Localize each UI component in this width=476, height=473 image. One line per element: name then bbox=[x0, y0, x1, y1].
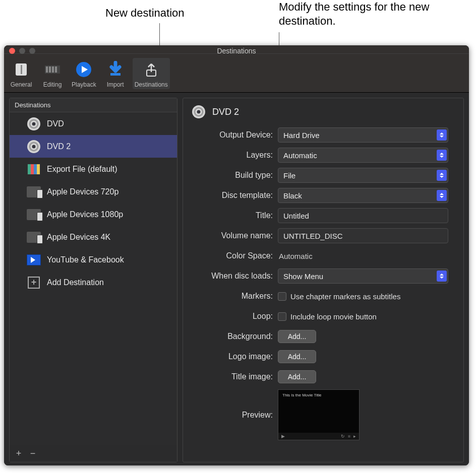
label-background: Background: bbox=[192, 332, 278, 341]
preview-movie-title: This Is the Movie Title bbox=[278, 390, 359, 400]
sidebar-item-label: Apple Devices 720p bbox=[47, 187, 118, 196]
import-icon bbox=[105, 59, 126, 80]
playback-icon bbox=[73, 59, 94, 80]
sidebar-item-label: DVD bbox=[47, 119, 64, 128]
volume-name-input[interactable] bbox=[278, 228, 448, 243]
general-icon bbox=[11, 59, 32, 80]
markers-checkbox[interactable] bbox=[278, 292, 286, 301]
label-logo-image: Logo image: bbox=[192, 352, 278, 361]
tab-import-label: Import bbox=[107, 81, 124, 88]
title-input[interactable] bbox=[278, 208, 448, 223]
sidebar-item-apple-4k[interactable]: Apple Devices 4K bbox=[10, 226, 177, 248]
svg-rect-6 bbox=[55, 66, 57, 73]
tab-import[interactable]: Import bbox=[101, 58, 130, 89]
label-layers: Layers: bbox=[192, 151, 278, 160]
label-build-type: Build type: bbox=[192, 171, 278, 180]
sidebar-item-dvd[interactable]: DVD bbox=[10, 112, 177, 135]
callout-new-destination: New destination bbox=[105, 6, 185, 20]
loop-checkbox-label: Include loop movie button bbox=[290, 312, 377, 321]
preferences-toolbar: General Editing Playback Import Destinat… bbox=[4, 53, 469, 93]
label-disc-template: Disc template: bbox=[192, 191, 278, 200]
sidebar-item-label: Apple Devices 4K bbox=[47, 233, 110, 242]
popup-value: Black bbox=[283, 191, 302, 200]
tab-destinations-label: Destinations bbox=[135, 81, 168, 88]
sidebar-item-label: DVD 2 bbox=[47, 142, 71, 151]
sidebar-item-apple-1080p[interactable]: Apple Devices 1080p bbox=[10, 203, 177, 226]
popup-value: Show Menu bbox=[283, 272, 323, 281]
youtube-icon bbox=[27, 253, 41, 267]
sidebar-item-add-destination[interactable]: + Add Destination bbox=[10, 271, 177, 294]
layers-popup[interactable]: Automatic bbox=[278, 148, 448, 163]
play-icon: ▶ bbox=[281, 434, 285, 439]
window-title: Destinations bbox=[4, 47, 469, 55]
label-volume-name: Volume name: bbox=[192, 231, 278, 240]
svg-rect-1 bbox=[21, 65, 22, 74]
sidebar-header: Destinations bbox=[10, 98, 177, 112]
sidebar-item-label: YouTube & Facebook bbox=[47, 255, 124, 264]
sidebar-item-label: Export File (default) bbox=[47, 165, 117, 174]
devices-icon bbox=[27, 230, 41, 244]
tab-playback-label: Playback bbox=[72, 81, 96, 88]
detail-header: DVD 2 bbox=[192, 105, 454, 118]
tab-editing-label: Editing bbox=[43, 81, 62, 88]
label-title-image: Title image: bbox=[192, 372, 278, 381]
label-when-disc-loads: When disc loads: bbox=[192, 272, 278, 281]
svg-rect-5 bbox=[52, 66, 54, 73]
markers-checkbox-label: Use chapter markers as subtitles bbox=[290, 292, 400, 301]
tab-editing[interactable]: Editing bbox=[38, 58, 67, 89]
remove-button[interactable]: − bbox=[29, 448, 37, 459]
when-disc-loads-popup[interactable]: Show Menu bbox=[278, 268, 448, 284]
logo-image-add-button[interactable]: Add... bbox=[278, 350, 316, 363]
label-markers: Markers: bbox=[192, 292, 278, 301]
popup-value: File bbox=[283, 171, 295, 180]
sidebar-item-label: Add Destination bbox=[47, 278, 104, 287]
sidebar-item-dvd-2[interactable]: DVD 2 bbox=[10, 135, 177, 158]
sidebar-item-export-file[interactable]: Export File (default) bbox=[10, 158, 177, 180]
sidebar-item-label: Apple Devices 1080p bbox=[47, 210, 123, 219]
output-device-popup[interactable]: Hard Drive bbox=[278, 127, 448, 143]
disc-icon bbox=[27, 117, 41, 131]
preview-control-bar: ▶ ↻ ≡ ▸ bbox=[278, 433, 359, 440]
chevron-updown-icon bbox=[437, 190, 447, 201]
film-icon bbox=[27, 162, 41, 176]
title-image-add-button[interactable]: Add... bbox=[278, 370, 316, 383]
add-button[interactable]: + bbox=[15, 448, 23, 459]
devices-icon bbox=[27, 185, 41, 199]
sidebar-list: DVD DVD 2 Export File (default) Apple De… bbox=[10, 112, 177, 462]
svg-rect-3 bbox=[46, 66, 48, 73]
detail-title: DVD 2 bbox=[212, 107, 239, 117]
callout-modify-settings: Modify the settings for the new destinat… bbox=[279, 0, 460, 28]
titlebar: Destinations bbox=[4, 45, 469, 53]
destinations-icon bbox=[141, 59, 162, 80]
sidebar-footer: + − bbox=[10, 445, 177, 462]
background-add-button[interactable]: Add... bbox=[278, 330, 316, 343]
destinations-sidebar: Destinations DVD DVD 2 Export File (defa… bbox=[9, 98, 177, 462]
sidebar-item-apple-720p[interactable]: Apple Devices 720p bbox=[10, 180, 177, 203]
loop-checkbox[interactable] bbox=[278, 312, 286, 321]
label-color-space: Color Space: bbox=[192, 251, 278, 260]
tab-destinations[interactable]: Destinations bbox=[133, 58, 170, 89]
devices-icon bbox=[27, 208, 41, 222]
tab-general-label: General bbox=[11, 81, 32, 88]
chapters-icon: ≡ bbox=[348, 434, 350, 439]
preview-thumbnail: This Is the Movie Title ▶ ↻ ≡ ▸ bbox=[278, 389, 360, 440]
svg-rect-9 bbox=[110, 73, 121, 76]
popup-value: Automatic bbox=[283, 151, 317, 160]
sidebar-item-youtube-facebook[interactable]: YouTube & Facebook bbox=[10, 248, 177, 271]
label-title: Title: bbox=[192, 211, 278, 220]
build-type-popup[interactable]: File bbox=[278, 168, 448, 183]
label-loop: Loop: bbox=[192, 312, 278, 321]
next-icon: ▸ bbox=[353, 434, 356, 439]
chevron-updown-icon bbox=[437, 271, 447, 282]
svg-rect-4 bbox=[49, 66, 51, 73]
tab-general[interactable]: General bbox=[7, 58, 35, 89]
chevron-updown-icon bbox=[437, 170, 447, 181]
disc-icon bbox=[192, 105, 205, 118]
tab-playback[interactable]: Playback bbox=[70, 58, 98, 89]
loop-icon: ↻ bbox=[341, 434, 345, 439]
disc-template-popup[interactable]: Black bbox=[278, 188, 448, 203]
disc-icon bbox=[27, 140, 41, 154]
chevron-updown-icon bbox=[437, 129, 447, 141]
editing-icon bbox=[42, 59, 63, 80]
color-space-value: Automatic bbox=[278, 252, 454, 260]
